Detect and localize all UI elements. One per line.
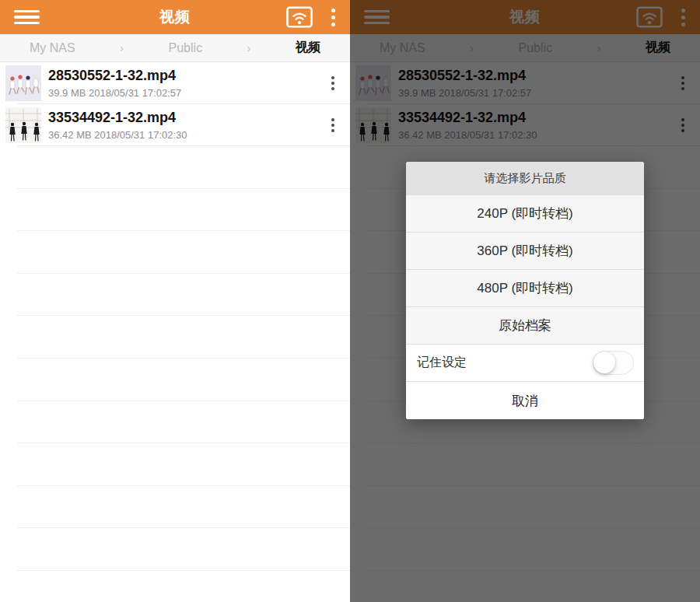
kebab-menu-icon — [331, 76, 334, 79]
empty-list-row — [0, 231, 350, 274]
chevron-right-icon: › — [120, 41, 124, 54]
empty-list-row — [0, 486, 350, 529]
breadcrumb: My NAS › Public › 视频 — [0, 34, 350, 62]
toggle-knob — [593, 352, 615, 373]
quality-option-360p[interactable]: 360P (即时转档) — [406, 232, 644, 269]
file-options-button[interactable] — [316, 62, 350, 104]
kebab-menu-icon — [331, 9, 335, 12]
empty-list-row — [0, 401, 350, 444]
cast-button[interactable] — [282, 0, 317, 34]
kebab-menu-icon — [331, 118, 334, 121]
empty-list-row — [0, 189, 350, 232]
file-name: 28530552-1-32.mp4 — [48, 68, 316, 85]
overflow-menu-button[interactable] — [317, 0, 348, 34]
remember-setting-toggle[interactable] — [593, 351, 634, 375]
file-meta: 36.42 MB 2018/05/31 17:02:30 — [48, 129, 316, 141]
empty-list-row — [0, 274, 350, 317]
empty-list-row — [0, 443, 350, 486]
dialog-title: 请选择影片品质 — [406, 162, 644, 194]
quality-dialog: 请选择影片品质 240P (即时转档) 360P (即时转档) 480P (即时… — [406, 162, 644, 419]
empty-list-row — [0, 146, 350, 189]
cast-icon — [286, 6, 313, 28]
empty-list-row — [0, 359, 350, 401]
video-thumbnail — [5, 107, 41, 143]
remember-setting-label: 记住设定 — [417, 355, 467, 371]
quality-option-240p[interactable]: 240P (即时转档) — [406, 194, 644, 232]
cancel-button[interactable]: 取消 — [406, 381, 644, 419]
file-options-button[interactable] — [316, 104, 350, 146]
breadcrumb-current: 视频 — [296, 40, 320, 56]
breadcrumb-my-nas[interactable]: My NAS — [30, 41, 75, 55]
file-row[interactable]: 28530552-1-32.mp4 39.9 MB 2018/05/31 17:… — [0, 62, 350, 104]
chevron-right-icon: › — [247, 41, 251, 54]
remember-setting-row: 记住设定 — [406, 344, 644, 381]
file-row[interactable]: 33534492-1-32.mp4 36.42 MB 2018/05/31 17… — [0, 104, 350, 146]
empty-list-row — [0, 316, 350, 359]
screen-file-browser: 视频 My NAS › Public › 视频 — [0, 0, 350, 602]
file-list: 28530552-1-32.mp4 39.9 MB 2018/05/31 17:… — [0, 62, 350, 571]
file-meta: 39.9 MB 2018/05/31 17:02:57 — [48, 87, 316, 99]
app-header: 视频 — [0, 0, 350, 34]
empty-list-row — [0, 528, 350, 571]
breadcrumb-public[interactable]: Public — [169, 41, 203, 55]
quality-option-480p[interactable]: 480P (即时转档) — [406, 269, 644, 306]
video-thumbnail — [5, 65, 41, 101]
hamburger-icon — [14, 10, 40, 13]
quality-option-original[interactable]: 原始档案 — [406, 306, 644, 344]
screen-file-browser-dimmed: 视频 My NAS › Public › 视频 — [350, 0, 700, 602]
hamburger-menu-button[interactable] — [3, 0, 50, 34]
file-name: 33534492-1-32.mp4 — [48, 110, 316, 127]
